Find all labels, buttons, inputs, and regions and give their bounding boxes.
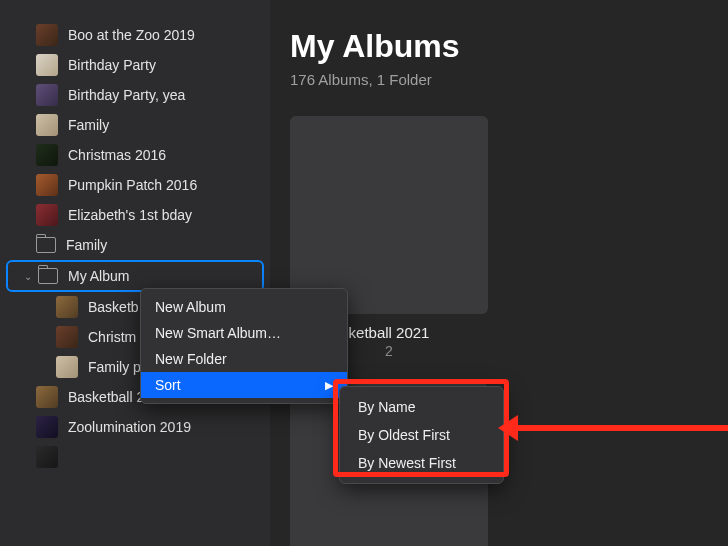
sidebar-item[interactable]: Family [0, 230, 270, 260]
folder-icon [38, 268, 58, 284]
sidebar-item-label: My Album [68, 268, 129, 284]
album-thumbnail [36, 386, 58, 408]
album-cover [290, 116, 488, 314]
album-thumbnail [56, 356, 78, 378]
context-menu: New Album New Smart Album… New Folder So… [140, 288, 348, 404]
album-thumbnail [36, 114, 58, 136]
sidebar-item-label: Family [68, 117, 109, 133]
sidebar-item[interactable]: Christmas 2016 [0, 140, 270, 170]
folder-icon [36, 237, 56, 253]
submenu-arrow-icon: ▶ [325, 379, 333, 392]
sidebar-item[interactable]: Boo at the Zoo 2019 [0, 20, 270, 50]
album-thumbnail [36, 446, 58, 468]
album-thumbnail [36, 24, 58, 46]
sidebar-item[interactable]: Birthday Party, yea [0, 80, 270, 110]
sidebar-item[interactable]: Zoolumination 2019 [0, 412, 270, 442]
sidebar: Boo at the Zoo 2019Birthday PartyBirthda… [0, 0, 270, 546]
album-thumbnail [56, 326, 78, 348]
sidebar-item[interactable] [0, 442, 270, 472]
album-thumbnail [36, 144, 58, 166]
page-subtitle: 176 Albums, 1 Folder [290, 71, 718, 88]
sidebar-item-label: Zoolumination 2019 [68, 419, 191, 435]
album-thumbnail [36, 84, 58, 106]
sidebar-item-label: Birthday Party [68, 57, 156, 73]
sidebar-item-label: Basketb [88, 299, 139, 315]
sidebar-item-label: Family [66, 237, 107, 253]
menu-new-smart-album[interactable]: New Smart Album… [141, 320, 347, 346]
sort-by-newest[interactable]: By Newest First [340, 449, 503, 477]
sidebar-item[interactable]: Elizabeth's 1st bday [0, 200, 270, 230]
sidebar-item-label: Pumpkin Patch 2016 [68, 177, 197, 193]
sidebar-item[interactable]: Birthday Party [0, 50, 270, 80]
sort-submenu: By Name By Oldest First By Newest First [339, 386, 504, 484]
sidebar-item-label: Boo at the Zoo 2019 [68, 27, 195, 43]
album-thumbnail [36, 416, 58, 438]
sidebar-item[interactable]: Pumpkin Patch 2016 [0, 170, 270, 200]
sort-by-name[interactable]: By Name [340, 393, 503, 421]
menu-new-album[interactable]: New Album [141, 294, 347, 320]
sidebar-item-label: Birthday Party, yea [68, 87, 185, 103]
sidebar-item-label: Family p [88, 359, 141, 375]
chevron-down-icon[interactable]: ⌄ [22, 270, 34, 282]
sidebar-item-label: Christmas 2016 [68, 147, 166, 163]
album-thumbnail [36, 204, 58, 226]
sidebar-item-label: Christm [88, 329, 136, 345]
album-thumbnail [36, 174, 58, 196]
album-thumbnail [36, 54, 58, 76]
menu-sort[interactable]: Sort ▶ [141, 372, 347, 398]
sidebar-item-label: Elizabeth's 1st bday [68, 207, 192, 223]
sidebar-item[interactable]: Family [0, 110, 270, 140]
page-title: My Albums [290, 28, 718, 65]
album-thumbnail [56, 296, 78, 318]
sort-by-oldest[interactable]: By Oldest First [340, 421, 503, 449]
menu-new-folder[interactable]: New Folder [141, 346, 347, 372]
